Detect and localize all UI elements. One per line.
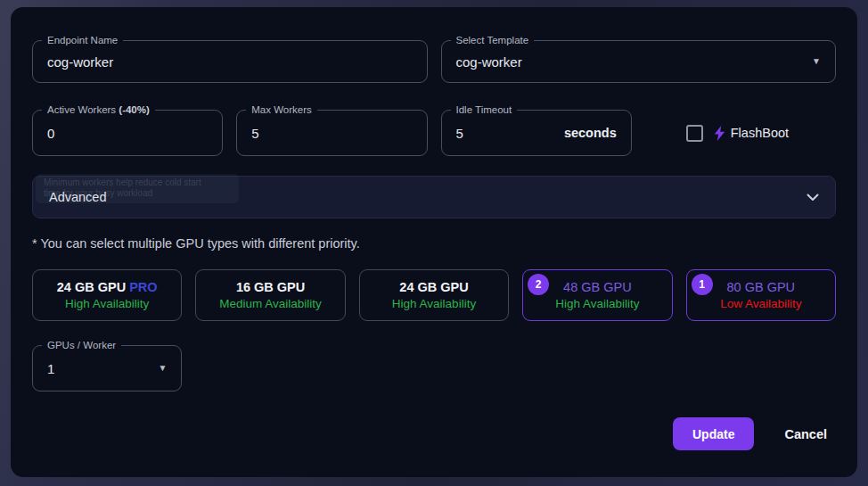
gpu-card-title: 24 GB GPU PRO xyxy=(57,280,158,294)
active-workers-field[interactable]: Active Workers (-40%) xyxy=(32,110,223,156)
gpu-availability: Medium Availability xyxy=(219,297,322,310)
idle-timeout-unit: seconds xyxy=(564,126,617,140)
gpu-type-list: 24 GB GPU PRO High Availability 16 GB GP… xyxy=(32,269,836,321)
max-workers-field[interactable]: Max Workers xyxy=(236,110,427,156)
endpoint-edit-dialog: Endpoint Name Select Template cog-worker… xyxy=(11,7,857,477)
cancel-button[interactable]: Cancel xyxy=(784,427,827,441)
gpu-card-title: 48 GB GPU xyxy=(563,280,632,294)
active-workers-label: Active Workers (-40%) xyxy=(42,103,155,117)
gpus-per-worker-field[interactable]: GPUs / Worker 1 ▼ xyxy=(32,345,182,391)
priority-badge: 2 xyxy=(528,274,549,295)
gpu-card-16gb[interactable]: 16 GB GPU Medium Availability xyxy=(195,269,345,321)
chevron-down-icon[interactable]: ▼ xyxy=(158,364,167,373)
gpu-availability: High Availability xyxy=(392,297,476,310)
flashboot-checkbox[interactable] xyxy=(686,125,703,142)
gpu-card-title: 16 GB GPU xyxy=(236,280,305,294)
chevron-down-icon[interactable]: ▼ xyxy=(812,57,821,66)
gpu-selection-note: * You can select multiple GPU types with… xyxy=(32,236,836,251)
idle-timeout-field[interactable]: Idle Timeout seconds xyxy=(441,110,632,156)
gpu-availability: High Availability xyxy=(555,297,639,310)
endpoint-name-input[interactable] xyxy=(47,54,413,70)
max-workers-input[interactable] xyxy=(251,126,412,141)
gpus-per-worker-label: GPUs / Worker xyxy=(42,339,121,352)
advanced-label: Advanced xyxy=(49,190,107,204)
advanced-section-toggle[interactable]: Minimum workers help reduce cold start t… xyxy=(32,176,836,218)
lightning-bolt-icon xyxy=(714,126,725,141)
gpu-availability: High Availability xyxy=(65,297,149,310)
active-workers-input[interactable] xyxy=(47,126,208,141)
idle-timeout-input[interactable] xyxy=(456,126,564,141)
update-button[interactable]: Update xyxy=(673,417,754,450)
gpu-card-24gb-pro[interactable]: 24 GB GPU PRO High Availability xyxy=(32,269,182,321)
endpoint-name-label: Endpoint Name xyxy=(42,34,123,47)
flashboot-option: FlashBoot xyxy=(645,110,836,156)
gpu-card-title: 80 GB GPU xyxy=(727,280,796,294)
gpu-availability: Low Availability xyxy=(720,297,801,310)
priority-badge: 1 xyxy=(692,274,713,295)
gpu-card-80gb[interactable]: 1 80 GB GPU Low Availability xyxy=(686,269,836,321)
gpu-card-48gb[interactable]: 2 48 GB GPU High Availability xyxy=(522,269,672,321)
select-template-label: Select Template xyxy=(451,34,535,47)
select-template-field[interactable]: Select Template cog-worker ▼ xyxy=(441,40,837,83)
chevron-down-icon[interactable] xyxy=(807,194,819,202)
gpu-card-24gb[interactable]: 24 GB GPU High Availability xyxy=(359,269,509,321)
select-template-value: cog-worker xyxy=(456,54,813,70)
max-workers-label: Max Workers xyxy=(246,103,317,117)
endpoint-name-field[interactable]: Endpoint Name xyxy=(32,40,428,83)
pro-tag: PRO xyxy=(129,280,157,294)
idle-timeout-label: Idle Timeout xyxy=(451,103,518,117)
flashboot-label: FlashBoot xyxy=(714,126,789,141)
gpu-card-title: 24 GB GPU xyxy=(399,280,468,294)
gpus-per-worker-value: 1 xyxy=(47,361,158,376)
